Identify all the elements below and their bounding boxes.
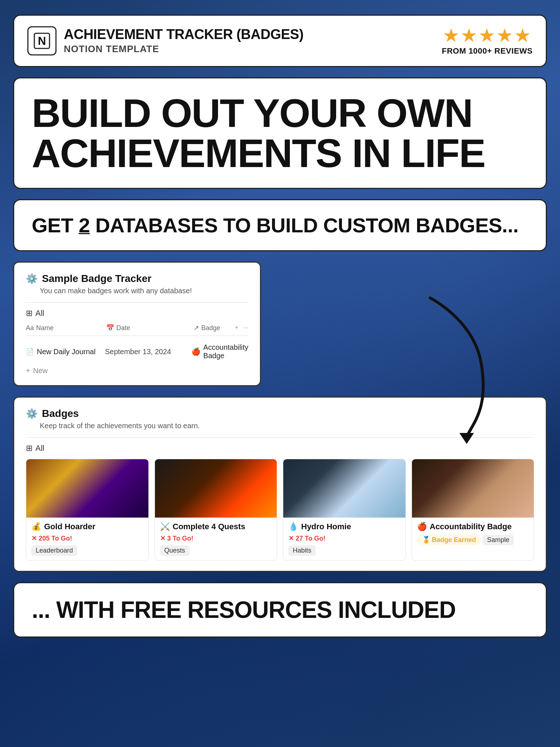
td-badge: 🍎 Accountability Badge	[191, 343, 248, 360]
table-row: 📄 New Daily Journal September 13, 2024 🍎…	[26, 340, 248, 364]
badge-image-4	[412, 459, 534, 518]
view-label: ⊞ All	[26, 309, 248, 318]
table-container: Aa Name 📅 Date ↗ Badge + ···	[26, 324, 248, 375]
footer-card: ... WITH FREE RESOURCES INCLUDED	[13, 582, 547, 638]
th-name: Aa Name	[26, 324, 106, 332]
header-left: N ACHIEVEMENT TRACKER (BADGES) NOTION TE…	[27, 26, 303, 55]
header-text-block: ACHIEVEMENT TRACKER (BADGES) NOTION TEMP…	[64, 27, 303, 55]
databases-card: GET 2 DATABASES TO BUILD CUSTOM BADGES..…	[13, 199, 547, 251]
badge-progress-2: ✕ 3 To Go!	[160, 534, 272, 542]
hero-line1: BUILD OUT YOUR OWN	[32, 93, 528, 133]
badge-earned-4: 🏅 Badge Earned	[417, 534, 481, 545]
badge-name-4: 🍎 Accountability Badge	[417, 522, 529, 531]
databases-title: GET 2 DATABASES TO BUILD CUSTOM BADGES..…	[32, 213, 528, 237]
badge-info-4: 🍎 Accountability Badge 🏅 Badge Earned Sa…	[412, 518, 534, 553]
badges-divider	[26, 437, 534, 438]
sample-tracker-title: Sample Badge Tracker	[42, 273, 151, 285]
badge-image-3	[283, 459, 405, 518]
notion-icon: N	[27, 26, 57, 55]
hero-line2: ACHIEVEMENTS IN LIFE	[32, 133, 528, 173]
badges-card: ⚙️ Badges Keep track of the achievements…	[13, 396, 547, 572]
header-rating: ★★★★★ FROM 1000+ REVIEWS	[442, 26, 533, 56]
badges-subtitle: Keep track of the achievements you want …	[40, 422, 534, 430]
badge-item-2: ⚔️ Complete 4 Quests ✕ 3 To Go! Quests	[155, 459, 277, 561]
page-wrapper: N ACHIEVEMENT TRACKER (BADGES) NOTION TE…	[0, 0, 560, 747]
grid-icon: ⊞	[26, 444, 32, 453]
rating-text: FROM 1000+ REVIEWS	[442, 46, 533, 56]
table-header: Aa Name 📅 Date ↗ Badge + ···	[26, 324, 248, 336]
badge-progress-1: ✕ 205 To Go!	[31, 534, 143, 542]
badge-info-1: 💰 Gold Hoarder ✕ 205 To Go! Leaderboard	[26, 518, 148, 560]
badge-name-3: 💧 Hydro Homie	[288, 522, 400, 531]
hero-card: BUILD OUT YOUR OWN ACHIEVEMENTS IN LIFE	[13, 77, 547, 189]
badge-tag-1: Leaderboard	[31, 545, 77, 556]
hero-title: BUILD OUT YOUR OWN ACHIEVEMENTS IN LIFE	[32, 93, 528, 173]
badge-image-1	[26, 459, 148, 518]
footer-title: ... WITH FREE RESOURCES INCLUDED	[32, 596, 528, 623]
badges-card-header: ⚙️ Badges	[26, 408, 534, 419]
header-title: ACHIEVEMENT TRACKER (BADGES)	[64, 27, 303, 42]
sample-tracker-card: ⚙️ Sample Badge Tracker You can make bad…	[13, 262, 261, 386]
sample-tracker-subtitle: You can make badges work with any databa…	[40, 287, 248, 295]
badges-grid: 💰 Gold Hoarder ✕ 205 To Go! Leaderboard …	[26, 459, 534, 561]
badges-title: Badges	[42, 408, 79, 419]
divider	[26, 302, 248, 303]
td-name: 📄 New Daily Journal	[26, 348, 105, 356]
badge-tag-2: Quests	[160, 545, 190, 556]
badge-image-2	[155, 459, 277, 518]
th-date: 📅 Date	[106, 324, 194, 332]
badge-tag-3: Habits	[288, 545, 316, 556]
badge-name-2: ⚔️ Complete 4 Quests	[160, 522, 272, 531]
stars: ★★★★★	[442, 26, 533, 45]
badge-name-1: 💰 Gold Hoarder	[31, 522, 143, 531]
header-subtitle: NOTION TEMPLATE	[64, 43, 303, 55]
badge-item-4: 🍎 Accountability Badge 🏅 Badge Earned Sa…	[412, 459, 534, 561]
th-actions: + ···	[234, 324, 248, 332]
td-date: September 13, 2024	[105, 348, 191, 356]
header-card: N ACHIEVEMENT TRACKER (BADGES) NOTION TE…	[13, 15, 547, 67]
th-badge: ↗ Badge	[194, 324, 234, 332]
table-icon: ⊞	[26, 309, 32, 318]
doc-icon: 📄	[26, 348, 34, 356]
badge-progress-3: ✕ 27 To Go!	[288, 534, 400, 542]
badges-view-label: ⊞ All	[26, 444, 534, 453]
badge-tag-4: Sample	[483, 535, 514, 545]
badge-item-1: 💰 Gold Hoarder ✕ 205 To Go! Leaderboard	[26, 459, 149, 561]
gear-icon: ⚙️	[26, 273, 38, 285]
badge-info-2: ⚔️ Complete 4 Quests ✕ 3 To Go! Quests	[155, 518, 277, 560]
badge-item-3: 💧 Hydro Homie ✕ 27 To Go! Habits	[283, 459, 406, 561]
badges-gear-icon: ⚙️	[26, 408, 38, 419]
card-header: ⚙️ Sample Badge Tracker	[26, 273, 248, 285]
svg-text:N: N	[38, 35, 46, 47]
new-row[interactable]: + New	[26, 367, 248, 375]
content-area: ⚙️ Sample Badge Tracker You can make bad…	[13, 262, 547, 572]
badge-info-3: 💧 Hydro Homie ✕ 27 To Go! Habits	[283, 518, 405, 560]
